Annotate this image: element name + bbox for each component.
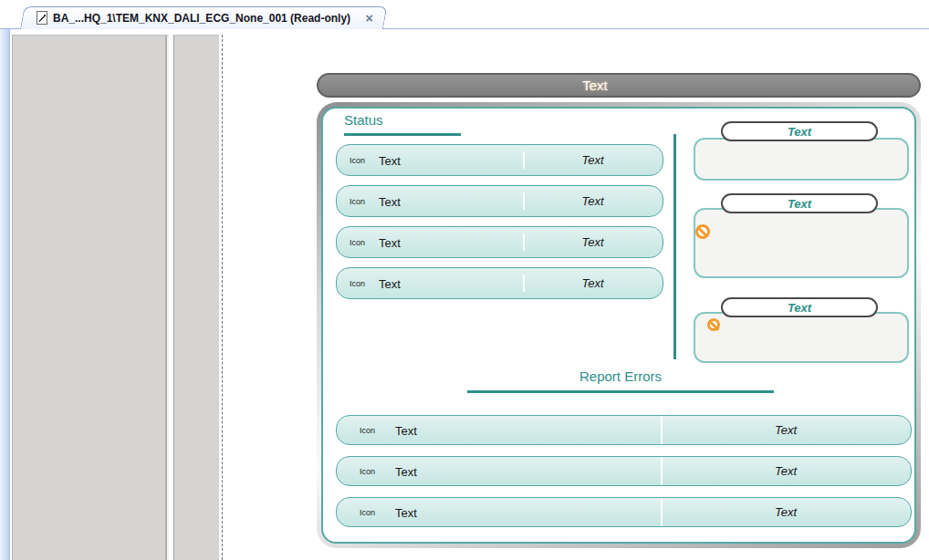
tab-title: BA_...HQ_1\TEM_KNX_DALI_ECG_None_001 (Re… — [53, 12, 350, 25]
side-panel-wide — [12, 35, 169, 560]
side-panel-narrow — [173, 35, 219, 560]
drawing-title-bar: Text — [317, 73, 921, 98]
row-value: Text — [523, 227, 663, 257]
row-value: Text — [523, 186, 663, 216]
close-icon[interactable]: × — [362, 11, 376, 25]
spinner-group — [694, 208, 909, 278]
row-value: Text — [523, 268, 663, 298]
error-row: Icon Text Text — [336, 456, 912, 486]
status-title-underline — [344, 133, 461, 136]
row-value: Text — [523, 145, 663, 175]
drawing-title: Text — [582, 78, 608, 93]
row-icon-placeholder: Icon — [350, 197, 365, 206]
row-icon-placeholder: Icon — [350, 238, 365, 247]
row-value: Text — [661, 416, 911, 444]
row-label: Text — [395, 505, 417, 519]
switch-group — [694, 138, 909, 181]
row-label: Text — [379, 276, 401, 290]
error-row: Icon Text Text — [336, 497, 912, 527]
row-label: Text — [379, 153, 401, 167]
status-row: Icon Text Text — [336, 185, 663, 217]
no-entry-icon — [707, 318, 720, 331]
switch-group-title: Text — [721, 121, 878, 141]
document-icon — [37, 11, 47, 25]
row-icon-placeholder: Icon — [360, 508, 375, 517]
window-edge-strip — [0, 29, 10, 560]
row-value: Text — [661, 457, 911, 485]
row-label: Text — [395, 464, 417, 478]
row-icon-placeholder: Icon — [360, 426, 375, 435]
row-label: Text — [395, 423, 417, 437]
document-tab[interactable]: BA_...HQ_1\TEM_KNX_DALI_ECG_None_001 (Re… — [20, 6, 383, 29]
report-errors-title: Report Errors — [467, 368, 774, 384]
scale-group — [694, 312, 909, 363]
error-row: Icon Text Text — [336, 415, 912, 445]
row-value: Text — [661, 498, 911, 526]
row-icon-placeholder: Icon — [350, 156, 365, 165]
status-section-title: Status — [344, 112, 383, 128]
controls-divider — [673, 134, 676, 359]
canvas-dashed-guide — [222, 35, 223, 560]
report-errors-underline — [467, 390, 774, 393]
status-row: Icon Text Text — [336, 144, 663, 176]
row-icon-placeholder: Icon — [350, 279, 365, 288]
row-icon-placeholder: Icon — [360, 467, 375, 476]
row-label: Text — [379, 194, 401, 208]
scale-group-title: Text — [721, 297, 878, 317]
no-entry-icon — [695, 224, 710, 239]
application-window: BA_...HQ_1\TEM_KNX_DALI_ECG_None_001 (Re… — [0, 0, 929, 560]
spinner-group-title: Text — [721, 193, 878, 213]
status-row: Icon Text Text — [336, 226, 663, 258]
status-row: Icon Text Text — [336, 267, 663, 299]
row-label: Text — [379, 235, 401, 249]
